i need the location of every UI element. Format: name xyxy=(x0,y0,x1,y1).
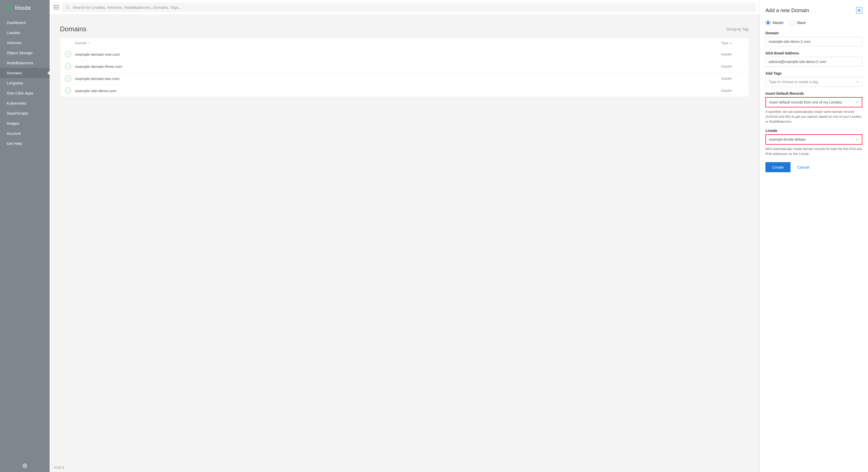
sidebar-item-images[interactable]: Images xyxy=(0,118,50,128)
search-input[interactable] xyxy=(72,5,752,9)
linode-logo-icon xyxy=(7,5,12,11)
linode-label: Linode xyxy=(766,129,862,133)
sidebar-nav: DashboardLinodesVolumesObject StorageNod… xyxy=(0,18,50,458)
sidebar-item-account[interactable]: Account xyxy=(0,128,50,138)
svg-line-6 xyxy=(68,8,69,9)
chevron-down-icon xyxy=(856,101,859,104)
domain-name: example-site-demo.com xyxy=(75,89,721,93)
sidebar-item-longview[interactable]: Longview xyxy=(0,78,50,88)
version-label: v0.82.0 xyxy=(50,463,760,472)
add-domain-drawer: Add a new Domain Master Slave Domain SOA… xyxy=(760,0,868,472)
domain-label: Domain xyxy=(766,31,862,35)
svg-marker-1 xyxy=(9,5,11,7)
domain-input[interactable] xyxy=(766,37,862,46)
svg-marker-2 xyxy=(8,7,9,10)
drawer-title: Add a new Domain xyxy=(766,7,809,13)
domain-type: master xyxy=(721,64,744,68)
linode-help: We'll automatically create domain record… xyxy=(766,147,862,156)
domain-type: master xyxy=(721,52,744,56)
table-row[interactable]: example-site-demo.commaster xyxy=(60,85,749,97)
domain-name: example-domain-one.com xyxy=(75,52,721,57)
sidebar-item-kubernetes[interactable]: Kubernetes xyxy=(0,98,50,108)
sort-ascending-icon: ▲ xyxy=(88,42,91,44)
svg-point-4 xyxy=(24,465,26,467)
insert-default-records-label: Insert Default Records xyxy=(766,91,862,96)
svg-point-5 xyxy=(66,6,69,8)
cancel-button[interactable]: Cancel xyxy=(797,165,809,169)
brand-logo[interactable]: linode xyxy=(0,0,50,18)
radio-icon-checked xyxy=(766,20,771,25)
create-button[interactable]: Create xyxy=(766,162,790,172)
soa-email-label: SOA Email Address xyxy=(766,51,862,55)
radio-master[interactable]: Master xyxy=(766,20,784,25)
globe-icon xyxy=(65,51,71,58)
sort-icon: ◆ xyxy=(730,42,732,44)
gear-icon[interactable] xyxy=(23,465,27,469)
table-row[interactable]: example-domain-two.commaster xyxy=(60,72,749,85)
sidebar-item-stackscripts[interactable]: StackScripts xyxy=(0,108,50,118)
domain-name: example-domain-three.com xyxy=(75,64,721,69)
domains-table: Domain ▲ Type ◆ example-domain-one.comma… xyxy=(60,38,749,97)
column-header-domain[interactable]: Domain ▲ xyxy=(75,41,721,45)
group-by-tag-label: Group by Tag: xyxy=(726,27,749,31)
main: Domains Group by Tag: Domain ▲ Type ◆ ex… xyxy=(50,0,760,472)
globe-icon xyxy=(65,63,71,70)
sidebar-item-nodebalancers[interactable]: NodeBalancers xyxy=(0,58,50,68)
add-tags-select[interactable]: Type to choose or create a tag. xyxy=(766,77,862,87)
sidebar-item-one-click-apps[interactable]: One-Click Apps xyxy=(0,88,50,98)
add-tags-label: Add Tags xyxy=(766,71,862,75)
table-row[interactable]: example-domain-three.commaster xyxy=(60,60,749,72)
sidebar-item-volumes[interactable]: Volumes xyxy=(0,38,50,48)
sidebar-item-object-storage[interactable]: Object Storage xyxy=(0,48,50,58)
close-button[interactable] xyxy=(856,7,862,13)
search-icon xyxy=(65,5,70,9)
page-title: Domains xyxy=(60,25,87,33)
sidebar-item-dashboard[interactable]: Dashboard xyxy=(0,18,50,28)
radio-slave[interactable]: Slave xyxy=(789,20,806,25)
svg-marker-0 xyxy=(8,5,9,8)
domain-type: master xyxy=(721,76,744,81)
sidebar-item-linodes[interactable]: Linodes xyxy=(0,28,50,38)
insert-default-records-help: If specified, we can automatically creat… xyxy=(766,109,862,124)
globe-icon xyxy=(65,75,71,82)
table-row[interactable]: example-domain-one.commaster xyxy=(60,48,749,60)
close-icon xyxy=(858,8,861,12)
menu-toggle-button[interactable] xyxy=(53,5,59,10)
svg-marker-3 xyxy=(10,7,11,9)
sidebar: linode DashboardLinodesVolumesObject Sto… xyxy=(0,0,50,472)
sidebar-item-domains[interactable]: Domains xyxy=(0,68,50,78)
topbar xyxy=(50,0,760,15)
brand-text: linode xyxy=(15,5,31,11)
domain-type: master xyxy=(721,89,744,93)
linode-select[interactable]: example-linode-debian xyxy=(766,134,862,145)
chevron-down-icon xyxy=(856,80,859,84)
chevron-down-icon xyxy=(856,138,859,141)
soa-email-input[interactable] xyxy=(766,57,862,67)
domain-name: example-domain-two.com xyxy=(75,76,721,81)
column-header-type[interactable]: Type ◆ xyxy=(721,41,744,45)
globe-icon xyxy=(65,87,71,94)
insert-default-records-select[interactable]: Insert default records from one of my Li… xyxy=(766,97,862,107)
search-bar[interactable] xyxy=(62,3,756,12)
sidebar-item-get-help[interactable]: Get Help xyxy=(0,138,50,149)
radio-icon-unchecked xyxy=(789,20,795,25)
